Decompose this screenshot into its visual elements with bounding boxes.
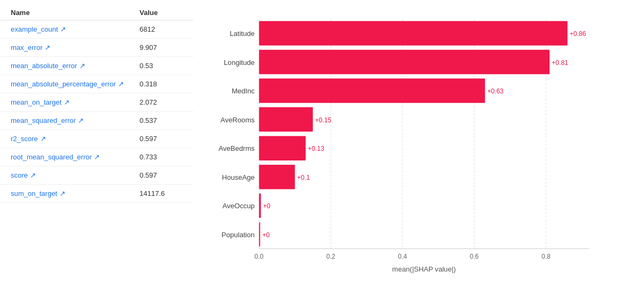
trend-icon: ↗	[60, 25, 66, 33]
shap-chart-panel: +0.86Latitude+0.81Longitude+0.63MedInc+0…	[193, 0, 644, 300]
bar-rect	[259, 222, 260, 246]
metric-name-link[interactable]: mean_absolute_percentage_error ↗	[11, 80, 140, 88]
bar-rect	[259, 78, 485, 103]
bar-rect	[259, 136, 306, 160]
metrics-table: Name Value example_count ↗ 6812 max_erro…	[0, 0, 193, 300]
metric-name-link[interactable]: root_mean_squared_error ↗	[11, 153, 140, 161]
col-name-header: Name	[11, 9, 140, 17]
bar-rect	[259, 193, 261, 217]
bar-value-label: +0	[263, 202, 270, 210]
bar-value-label: +0.81	[552, 59, 568, 67]
bar-value-label: +0.86	[569, 30, 586, 38]
table-row: score ↗ 0.597	[0, 166, 193, 185]
col-value-header: Value	[140, 9, 182, 17]
metric-value: 0.318	[140, 80, 182, 88]
bar-value-label: +0.63	[487, 87, 504, 95]
bar-y-label: Longitude	[224, 58, 255, 67]
table-row: root_mean_squared_error ↗ 0.733	[0, 148, 193, 166]
table-row: mean_squared_error ↗ 0.537	[0, 112, 193, 130]
metric-value: 0.597	[140, 135, 182, 143]
bar-value-label: +0.13	[308, 145, 325, 152]
bar-rect	[259, 21, 568, 45]
metric-value: 6812	[140, 25, 182, 33]
bar-y-label: AveBedrms	[218, 144, 255, 152]
metric-value: 0.537	[140, 116, 182, 125]
x-tick-label: 0.4	[398, 253, 407, 260]
metric-value: 0.53	[140, 62, 182, 70]
trend-icon: ↗	[78, 116, 84, 125]
table-row: max_error ↗ 9.907	[0, 39, 193, 57]
table-row: sum_on_target ↗ 14117.6	[0, 185, 193, 203]
metric-name-link[interactable]: sum_on_target ↗	[11, 189, 140, 197]
bar-y-label: Population	[222, 231, 255, 239]
table-row: example_count ↗ 6812	[0, 20, 193, 39]
shap-bar-chart: +0.86Latitude+0.81Longitude+0.63MedInc+0…	[204, 8, 628, 279]
metric-value: 9.907	[140, 43, 182, 52]
bar-value-label: +0.15	[315, 116, 332, 124]
bar-rect	[259, 50, 550, 74]
trend-icon: ↗	[64, 98, 70, 106]
table-header: Name Value	[0, 5, 193, 20]
bar-y-label: MedInc	[232, 87, 255, 95]
table-row: mean_on_target ↗ 2.072	[0, 93, 193, 112]
metric-value: 14117.6	[140, 189, 182, 197]
trend-icon: ↗	[118, 80, 124, 88]
trend-icon: ↗	[45, 43, 50, 52]
table-row: mean_absolute_error ↗ 0.53	[0, 57, 193, 75]
bar-rect	[259, 165, 295, 189]
bar-y-label: AveOccup	[222, 202, 254, 210]
bar-y-label: HouseAge	[222, 173, 254, 181]
x-tick-label: 0.6	[470, 253, 479, 260]
metric-name-link[interactable]: mean_squared_error ↗	[11, 116, 140, 125]
trend-icon: ↗	[30, 171, 36, 179]
table-row: r2_score ↗ 0.597	[0, 130, 193, 148]
metric-value: 2.072	[140, 98, 182, 106]
x-tick-label: 0.0	[254, 253, 264, 260]
bar-value-label: +0	[262, 231, 270, 239]
table-row: mean_absolute_percentage_error ↗ 0.318	[0, 75, 193, 93]
x-axis-title: mean(|SHAP value|)	[392, 265, 456, 273]
bar-y-label: Latitude	[230, 30, 255, 38]
bar-rect	[259, 107, 313, 131]
metric-name-link[interactable]: mean_absolute_error ↗	[11, 62, 140, 70]
bar-value-label: +0.1	[297, 174, 310, 181]
metric-name-link[interactable]: max_error ↗	[11, 43, 140, 52]
trend-icon: ↗	[40, 135, 46, 143]
metric-name-link[interactable]: mean_on_target ↗	[11, 98, 140, 106]
x-tick-label: 0.8	[541, 253, 551, 260]
bar-y-label: AveRooms	[221, 116, 255, 124]
metric-name-link[interactable]: example_count ↗	[11, 25, 140, 33]
metric-name-link[interactable]: r2_score ↗	[11, 135, 140, 143]
trend-icon: ↗	[94, 153, 100, 161]
metric-value: 0.733	[140, 153, 182, 161]
table-body: example_count ↗ 6812 max_error ↗ 9.907 m…	[0, 20, 193, 203]
trend-icon: ↗	[60, 189, 65, 197]
metric-name-link[interactable]: score ↗	[11, 171, 140, 179]
x-tick-label: 0.2	[326, 253, 335, 260]
trend-icon: ↗	[79, 62, 85, 70]
metric-value: 0.597	[140, 171, 182, 179]
